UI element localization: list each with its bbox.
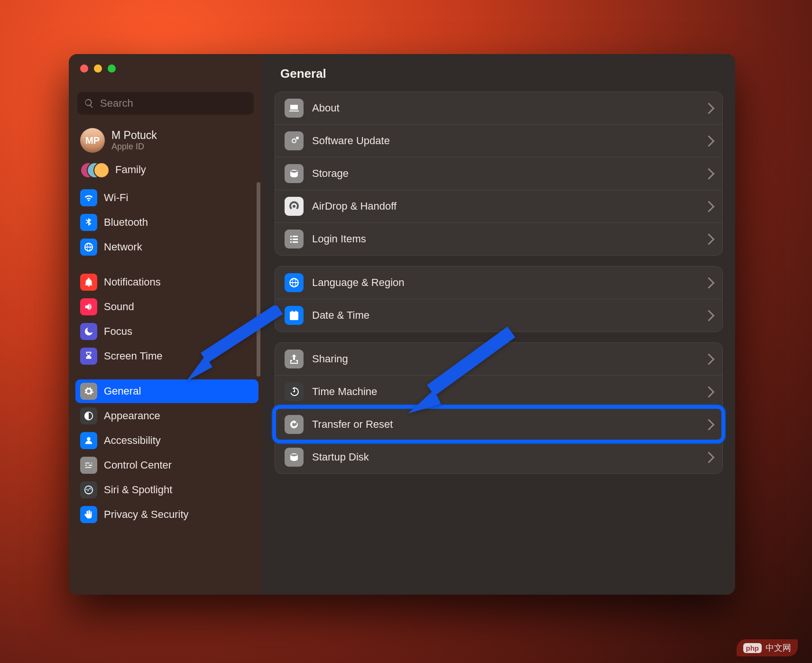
sidebar-item-notifications[interactable]: Notifications xyxy=(75,270,258,294)
sidebar-item-label: Screen Time xyxy=(104,350,163,362)
settings-row-label: Sharing xyxy=(312,353,696,365)
settings-group: SharingTime MachineTransfer or ResetStar… xyxy=(275,342,723,474)
sidebar-item-control-center[interactable]: Control Center xyxy=(75,453,258,477)
minimize-window-button[interactable] xyxy=(94,64,102,73)
chevron-right-icon xyxy=(703,451,714,463)
clockback-icon xyxy=(285,382,304,401)
sidebar-item-wi-fi[interactable]: Wi-Fi xyxy=(75,186,258,210)
settings-row-sharing[interactable]: Sharing xyxy=(275,343,722,375)
sidebar-item-label: Control Center xyxy=(104,459,172,471)
sidebar-item-family[interactable]: Family xyxy=(75,157,258,186)
sidebar-item-privacy-security[interactable]: Privacy & Security xyxy=(75,503,258,526)
watermark: php 中文网 xyxy=(737,639,798,656)
account-sub: Apple ID xyxy=(111,142,157,152)
sidebar-item-label: General xyxy=(104,385,141,397)
sidebar-item-network[interactable]: Network xyxy=(75,235,258,259)
sidebar-item-screen-time[interactable]: Screen Time xyxy=(75,344,258,368)
search-input[interactable] xyxy=(99,97,247,110)
window-controls xyxy=(69,54,262,83)
settings-row-label: Startup Disk xyxy=(312,451,696,463)
chevron-right-icon xyxy=(703,310,714,321)
moon-icon xyxy=(80,323,97,340)
settings-row-label: Transfer or Reset xyxy=(312,418,696,431)
sidebar-item-label: Family xyxy=(115,164,146,176)
chevron-right-icon xyxy=(703,135,714,147)
gear-icon xyxy=(80,383,97,400)
sidebar-item-label: Bluetooth xyxy=(104,216,148,229)
watermark-brand: php xyxy=(743,643,762,653)
watermark-text: 中文网 xyxy=(766,642,791,654)
sidebar-item-label: Notifications xyxy=(104,276,161,288)
sidebar-item-label: Siri & Spotlight xyxy=(104,484,172,496)
gearbadge-icon xyxy=(285,131,304,150)
settings-row-software-update[interactable]: Software Update xyxy=(275,124,722,157)
settings-row-time-machine[interactable]: Time Machine xyxy=(275,375,722,408)
sidebar-scroll: MP M Potuck Apple ID Family Wi-FiBluetoo… xyxy=(69,119,262,595)
settings-row-label: About xyxy=(312,102,696,114)
settings-row-storage[interactable]: Storage xyxy=(275,157,722,190)
bell-icon xyxy=(80,274,97,291)
chevron-right-icon xyxy=(703,201,714,212)
wifi-icon xyxy=(80,189,97,206)
chevron-right-icon xyxy=(703,353,714,365)
sidebar-item-apple-id[interactable]: MP M Potuck Apple ID xyxy=(75,123,258,157)
sidebar-scrollbar[interactable] xyxy=(257,182,260,377)
close-window-button[interactable] xyxy=(80,64,88,73)
settings-row-label: Date & Time xyxy=(312,309,696,322)
chevron-right-icon xyxy=(703,419,714,430)
sidebar-item-sound[interactable]: Sound xyxy=(75,295,258,319)
chevron-right-icon xyxy=(703,386,714,397)
chevron-right-icon xyxy=(703,102,714,114)
sliders-icon xyxy=(80,457,97,474)
airdrop-icon xyxy=(285,197,304,216)
settings-row-label: Language & Region xyxy=(312,276,696,289)
settings-row-login-items[interactable]: Login Items xyxy=(275,222,722,255)
sidebar-item-siri-spotlight[interactable]: Siri & Spotlight xyxy=(75,478,258,502)
settings-group: Language & RegionDate & Time xyxy=(275,266,723,332)
hand-icon xyxy=(80,506,97,523)
globe-icon xyxy=(80,239,97,256)
settings-row-transfer-or-reset[interactable]: Transfer or Reset xyxy=(275,408,722,441)
sidebar-item-general[interactable]: General xyxy=(75,379,258,403)
sidebar-item-accessibility[interactable]: Accessibility xyxy=(75,429,258,452)
speaker-icon xyxy=(80,298,97,315)
settings-group: AboutSoftware UpdateStorageAirDrop & Han… xyxy=(275,92,723,256)
fullscreen-window-button[interactable] xyxy=(108,64,116,73)
account-text: M Potuck Apple ID xyxy=(111,129,157,152)
settings-window: MP M Potuck Apple ID Family Wi-FiBluetoo… xyxy=(69,54,735,595)
list-icon xyxy=(285,230,304,249)
page-title: General xyxy=(262,54,735,92)
svg-point-1 xyxy=(293,205,295,208)
search-icon xyxy=(84,98,94,109)
disk-icon xyxy=(285,448,304,467)
sidebar-item-label: Wi-Fi xyxy=(104,192,128,204)
account-name: M Potuck xyxy=(111,129,157,142)
person-icon xyxy=(80,432,97,449)
sidebar-item-focus[interactable]: Focus xyxy=(75,320,258,343)
disk-icon xyxy=(285,164,304,183)
chevron-right-icon xyxy=(703,168,714,179)
search-field-wrap[interactable] xyxy=(77,92,254,115)
share-icon xyxy=(285,350,304,368)
settings-row-label: Login Items xyxy=(312,233,696,245)
settings-row-startup-disk[interactable]: Startup Disk xyxy=(275,441,722,473)
calendar-icon xyxy=(285,306,304,325)
settings-row-label: Storage xyxy=(312,167,696,180)
sidebar-item-label: Appearance xyxy=(104,410,160,422)
globe-icon xyxy=(285,273,304,292)
settings-row-date-time[interactable]: Date & Time xyxy=(275,299,722,332)
sidebar-item-bluetooth[interactable]: Bluetooth xyxy=(75,211,258,234)
settings-row-language-region[interactable]: Language & Region xyxy=(275,267,722,299)
settings-row-label: AirDrop & Handoff xyxy=(312,200,696,212)
avatar: MP xyxy=(80,128,105,153)
settings-row-airdrop-handoff[interactable]: AirDrop & Handoff xyxy=(275,190,722,222)
laptop-icon xyxy=(285,99,304,118)
contrast-icon xyxy=(80,407,97,424)
sidebar-item-appearance[interactable]: Appearance xyxy=(75,404,258,428)
chevron-right-icon xyxy=(703,277,714,288)
settings-row-about[interactable]: About xyxy=(275,92,722,124)
sidebar-item-label: Privacy & Security xyxy=(104,508,189,521)
chevron-right-icon xyxy=(703,233,714,245)
hourglass-icon xyxy=(80,348,97,365)
settings-row-label: Software Update xyxy=(312,135,696,147)
